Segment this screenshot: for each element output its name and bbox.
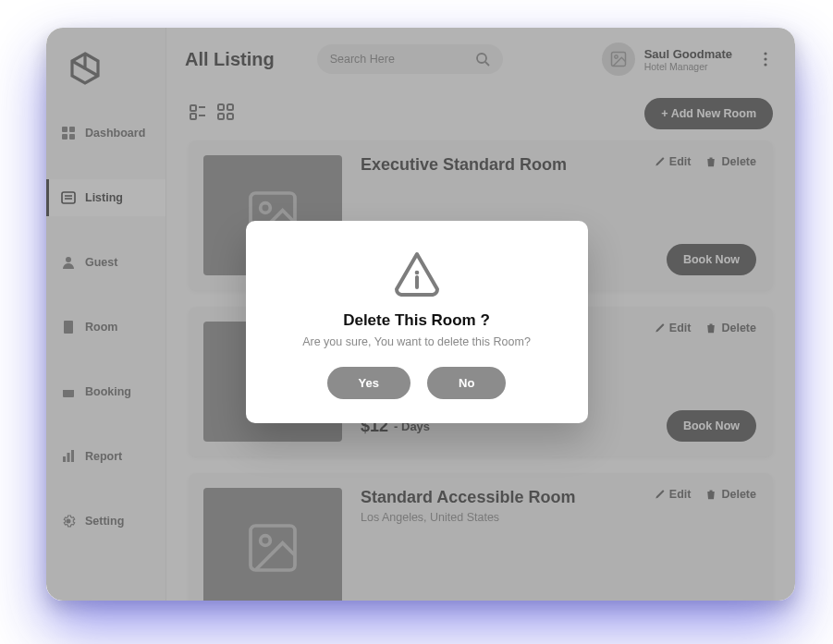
delete-confirm-modal: Delete This Room ? Are you sure, You wan… [246, 221, 588, 423]
confirm-yes-button[interactable]: Yes [327, 367, 410, 399]
modal-title: Delete This Room ? [270, 311, 564, 330]
warning-info-icon [392, 249, 442, 298]
confirm-no-button[interactable]: No [427, 367, 506, 399]
svg-point-35 [414, 271, 419, 275]
modal-message: Are you sure, You want to delete this Ro… [270, 335, 564, 348]
